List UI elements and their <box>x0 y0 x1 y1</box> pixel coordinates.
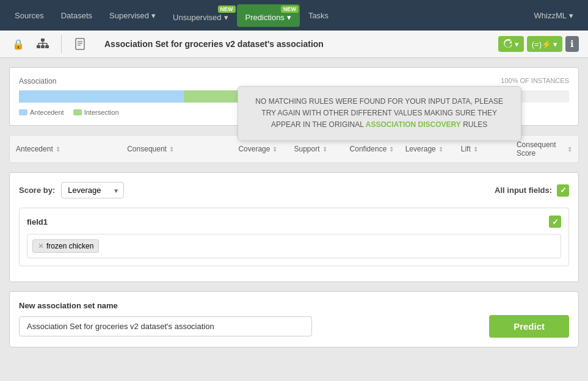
antecedent-label: Antecedent <box>30 109 64 116</box>
score-section: Score by: Coverage Support Confidence Le… <box>9 172 579 282</box>
svg-rect-1 <box>37 45 40 48</box>
unsupervised-dropdown-icon: ▾ <box>224 13 228 22</box>
col-leverage[interactable]: Leverage ⇕ <box>405 140 461 158</box>
warning-text-after: RULES <box>461 120 487 129</box>
unsupervised-new-badge: NEW <box>218 5 236 13</box>
nav-sources[interactable]: Sources <box>6 6 53 25</box>
whizzml-button[interactable]: WhizzML ▾ <box>526 6 582 25</box>
bar-antecedent <box>19 90 184 103</box>
tag-frozen-chicken: ✕ frozen chicken <box>32 239 99 253</box>
nav-predictions-label: Predictions <box>245 13 285 22</box>
bar-intersection <box>184 90 239 103</box>
nav-supervised-label: Supervised <box>109 11 149 20</box>
col-lift[interactable]: Lift ⇕ <box>461 140 517 158</box>
refresh-button[interactable]: ▾ <box>498 36 524 52</box>
col-confidence[interactable]: Confidence ⇕ <box>350 140 405 158</box>
col-leverage-label: Leverage <box>405 145 436 153</box>
nav-sources-label: Sources <box>15 11 44 20</box>
col-support[interactable]: Support ⇕ <box>294 140 350 158</box>
col-consequent-label: Consequent <box>127 145 167 153</box>
nav-unsupervised[interactable]: NEW Unsupervised ▾ <box>164 4 237 27</box>
legend-intersection: Intersection <box>73 109 119 116</box>
all-input-fields: All input fields: <box>495 184 569 197</box>
col-antecedent[interactable]: Antecedent ⇕ <box>16 140 127 158</box>
col-coverage[interactable]: Coverage ⇕ <box>238 140 294 158</box>
nav-supervised[interactable]: Supervised ▾ <box>101 6 164 25</box>
tag-remove-icon[interactable]: ✕ <box>38 242 44 250</box>
col-lift-label: Lift <box>461 145 471 153</box>
intersection-label: Intersection <box>84 109 119 116</box>
name-label: New association set name <box>19 301 569 310</box>
doc-icon-button[interactable] <box>71 35 89 53</box>
col-antecedent-label: Antecedent <box>16 145 53 153</box>
nav-datasets[interactable]: Datasets <box>53 6 101 25</box>
col-support-sort: ⇕ <box>322 146 327 153</box>
nav-unsupervised-label: Unsupervised <box>173 13 222 22</box>
tag-input[interactable]: ✕ frozen chicken <box>27 234 561 258</box>
name-row: Predict <box>19 315 569 338</box>
col-coverage-label: Coverage <box>238 145 270 153</box>
refresh-label: ▾ <box>515 40 519 49</box>
svg-rect-3 <box>45 45 49 48</box>
svg-rect-2 <box>41 45 45 48</box>
all-input-fields-checkbox[interactable] <box>557 184 569 197</box>
name-input[interactable] <box>19 316 312 336</box>
action-buttons: ▾ (=)⚡ ▾ ℹ <box>498 36 579 52</box>
page-title: Association Set for groceries v2 dataset… <box>95 31 492 58</box>
score-label: Score by: <box>19 186 55 195</box>
predict-button[interactable]: Predict <box>489 315 569 338</box>
antecedent-color <box>19 109 27 115</box>
svg-rect-8 <box>76 38 84 49</box>
col-consequent-score-label: Consequent Score <box>517 140 565 158</box>
nav-predictions[interactable]: NEW Predictions ▾ <box>237 4 300 27</box>
predictions-dropdown-icon: ▾ <box>287 13 291 22</box>
sub-header: 🔒 Association Set for groceries v2 datas… <box>0 31 588 58</box>
info-icon: ℹ <box>570 38 574 49</box>
info-button[interactable]: ℹ <box>565 36 579 52</box>
nav-datasets-label: Datasets <box>61 11 92 20</box>
whizzml-label: WhizzML <box>534 11 567 20</box>
col-confidence-sort: ⇕ <box>389 146 394 153</box>
association-discovery-link[interactable]: ASSOCIATION DISCOVERY <box>366 120 461 129</box>
col-coverage-sort: ⇕ <box>272 146 277 153</box>
score-select-wrapper: Coverage Support Confidence Leverage Lif… <box>61 182 124 198</box>
tree-button[interactable] <box>34 35 52 53</box>
instances-label: 100% OF INSTANCES <box>501 77 569 84</box>
association-label: Association <box>19 77 569 85</box>
legend-antecedent: Antecedent <box>19 109 64 116</box>
association-section: Association 100% OF INSTANCES Antecedent… <box>9 67 579 126</box>
warning-tooltip: NO MATCHING RULES WERE FOUND FOR YOUR IN… <box>237 86 521 141</box>
tag-label: frozen chicken <box>46 242 93 250</box>
intersection-color <box>73 109 82 115</box>
all-input-fields-label: All input fields: <box>495 186 552 195</box>
code-label: (=)⚡ <box>532 40 551 49</box>
col-consequent-sort: ⇕ <box>169 146 174 153</box>
lock-button[interactable]: 🔒 <box>9 35 27 53</box>
field-checkbox[interactable] <box>549 216 561 228</box>
col-antecedent-sort: ⇕ <box>56 146 60 153</box>
col-support-label: Support <box>294 145 320 153</box>
main-content: Association 100% OF INSTANCES Antecedent… <box>0 58 588 381</box>
col-consequent-score-sort: ⇕ <box>567 146 572 153</box>
code-dropdown-icon: ▾ <box>553 40 557 49</box>
field-header: field1 <box>27 216 561 228</box>
nav-tasks[interactable]: Tasks <box>300 6 337 25</box>
col-lift-sort: ⇕ <box>473 146 478 153</box>
svg-rect-0 <box>41 38 45 42</box>
whizzml-dropdown-icon: ▾ <box>569 11 573 20</box>
nav-tasks-label: Tasks <box>308 11 328 20</box>
score-row: Score by: Coverage Support Confidence Le… <box>19 182 569 198</box>
code-button[interactable]: (=)⚡ ▾ <box>527 36 562 52</box>
score-select[interactable]: Coverage Support Confidence Leverage Lif… <box>61 182 124 198</box>
top-nav: Sources Datasets Supervised ▾ NEW Unsupe… <box>0 0 588 31</box>
col-confidence-label: Confidence <box>350 145 387 153</box>
supervised-dropdown-icon: ▾ <box>151 11 156 20</box>
field-section: field1 ✕ frozen chicken <box>19 208 569 266</box>
col-consequent[interactable]: Consequent ⇕ <box>127 140 238 158</box>
name-section: New association set name Predict <box>9 291 579 347</box>
predictions-new-badge: NEW <box>281 5 299 13</box>
field-name: field1 <box>27 217 48 227</box>
col-consequent-score[interactable]: Consequent Score ⇕ <box>517 140 572 158</box>
col-leverage-sort: ⇕ <box>438 146 443 153</box>
